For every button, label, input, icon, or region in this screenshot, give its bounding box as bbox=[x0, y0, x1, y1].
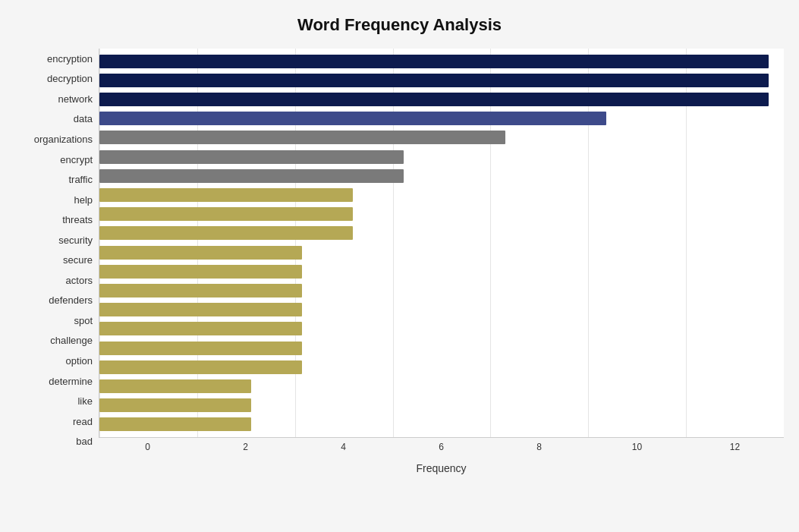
bar-row bbox=[99, 357, 784, 376]
y-label: secure bbox=[15, 250, 99, 270]
y-label: like bbox=[15, 391, 99, 411]
y-label: data bbox=[15, 109, 99, 130]
bar-row bbox=[99, 243, 784, 262]
bar-row bbox=[99, 205, 784, 224]
bar bbox=[99, 398, 251, 412]
bar bbox=[99, 226, 353, 240]
bar-row bbox=[99, 147, 784, 166]
bar bbox=[99, 150, 404, 164]
bar bbox=[99, 303, 302, 316]
bars-area bbox=[99, 49, 784, 438]
y-label: spot bbox=[15, 310, 99, 331]
bar bbox=[99, 131, 505, 144]
bar-row bbox=[99, 415, 784, 434]
x-tick: 0 bbox=[99, 438, 197, 461]
bar-row bbox=[99, 338, 784, 357]
bar-row bbox=[99, 128, 784, 147]
chart-container: Word Frequency Analysis encryptiondecryp… bbox=[0, 0, 799, 532]
bar bbox=[99, 417, 251, 431]
chart-title: Word Frequency Analysis bbox=[15, 15, 784, 35]
bar bbox=[99, 342, 302, 355]
bar bbox=[99, 55, 769, 68]
x-axis: 024681012 bbox=[99, 438, 784, 461]
bars-wrapper bbox=[99, 49, 784, 437]
bar bbox=[99, 379, 251, 393]
bar bbox=[99, 360, 302, 374]
bar bbox=[99, 112, 606, 125]
bar bbox=[99, 246, 302, 260]
bar-row bbox=[99, 376, 784, 395]
bar-row bbox=[99, 109, 784, 128]
y-label: decryption bbox=[15, 69, 99, 90]
x-tick: 4 bbox=[294, 438, 392, 461]
y-label: encryption bbox=[15, 49, 99, 69]
y-label: actors bbox=[15, 270, 99, 291]
chart-area: encryptiondecryptionnetworkdataorganizat… bbox=[15, 49, 784, 474]
x-tick: 2 bbox=[197, 438, 294, 461]
bar-row bbox=[99, 262, 784, 281]
x-axis-label: Frequency bbox=[99, 462, 784, 474]
bars-and-x-container: 024681012 Frequency bbox=[99, 49, 784, 474]
x-tick: 10 bbox=[588, 438, 686, 461]
bar bbox=[99, 93, 769, 106]
y-label: option bbox=[15, 351, 99, 371]
x-tick: 8 bbox=[490, 438, 588, 461]
bar-row bbox=[99, 166, 784, 185]
bar-row bbox=[99, 396, 784, 415]
bar-row bbox=[99, 320, 784, 338]
y-label: read bbox=[15, 411, 99, 432]
y-label: help bbox=[15, 190, 99, 210]
bar bbox=[99, 74, 769, 87]
bar bbox=[99, 322, 302, 335]
y-label: organizations bbox=[15, 129, 99, 150]
y-label: network bbox=[15, 89, 99, 109]
bar bbox=[99, 265, 302, 279]
bar bbox=[99, 284, 302, 297]
bar bbox=[99, 207, 353, 221]
y-label: defenders bbox=[15, 291, 99, 311]
bar-row bbox=[99, 301, 784, 320]
y-label: challenge bbox=[15, 331, 99, 351]
bar-row bbox=[99, 224, 784, 243]
bar-row bbox=[99, 52, 784, 71]
y-label: security bbox=[15, 230, 99, 250]
bar-row bbox=[99, 90, 784, 109]
x-tick: 12 bbox=[686, 438, 784, 461]
bar-row bbox=[99, 185, 784, 204]
bar-row bbox=[99, 281, 784, 300]
bar bbox=[99, 169, 404, 183]
y-axis-labels: encryptiondecryptionnetworkdataorganizat… bbox=[15, 49, 99, 474]
bar-row bbox=[99, 71, 784, 90]
bar bbox=[99, 188, 353, 202]
x-tick: 6 bbox=[392, 438, 490, 461]
y-label: determine bbox=[15, 371, 99, 392]
y-label: traffic bbox=[15, 169, 99, 190]
y-label: encrypt bbox=[15, 150, 99, 170]
y-label: threats bbox=[15, 209, 99, 230]
y-label: bad bbox=[15, 431, 99, 452]
